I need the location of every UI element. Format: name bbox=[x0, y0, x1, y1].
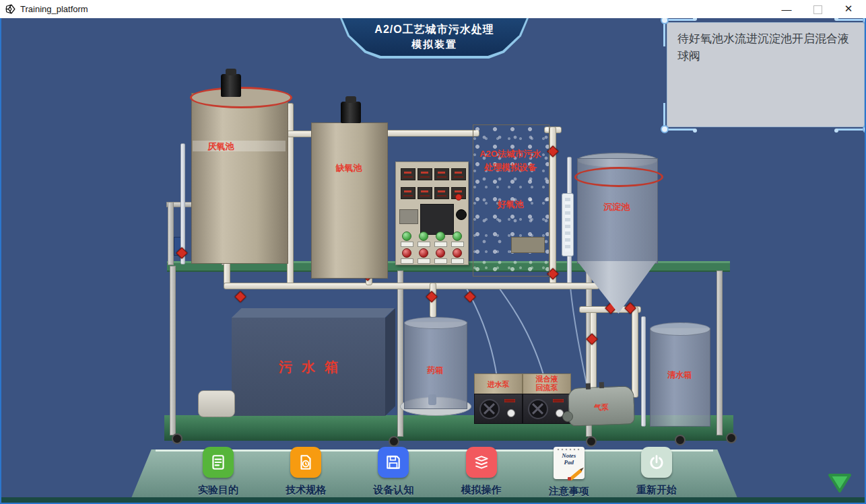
sedimentation-tank-label: 沉淀池 bbox=[586, 201, 648, 213]
mixer-motor-cap bbox=[226, 69, 236, 75]
toolbar-item-experiment-purpose[interactable]: 实验目的 bbox=[174, 447, 262, 501]
pipe-segment bbox=[632, 306, 638, 398]
pipe-segment bbox=[180, 143, 185, 264]
sewage-tank-top bbox=[232, 308, 395, 318]
toolbar-item-tech-specs[interactable]: 技术规格 bbox=[262, 447, 349, 501]
dosing-tank-top bbox=[404, 317, 467, 329]
aerobic-tank-title-line2: 处理模拟设备 bbox=[474, 161, 547, 174]
floppy-disk-icon bbox=[378, 447, 409, 478]
notepad-icon: NotesPad bbox=[554, 447, 585, 479]
toolbar-label: 设备认知 bbox=[373, 484, 413, 497]
button-tag bbox=[401, 242, 413, 247]
toolbar: 实验目的 技术规格 设备认知 模拟操作 bbox=[174, 447, 700, 501]
panel-display bbox=[420, 204, 454, 235]
panel-green-button[interactable] bbox=[402, 231, 411, 241]
maximize-icon bbox=[813, 5, 822, 14]
unity-logo-icon bbox=[5, 3, 16, 15]
panel-gauge bbox=[399, 209, 418, 224]
recycle-pump[interactable]: 混合液 回流泵 bbox=[523, 373, 571, 395]
panel-knob[interactable] bbox=[456, 209, 467, 220]
feed-pump-front bbox=[474, 394, 523, 424]
air-pump-label: 气泵 bbox=[569, 401, 634, 413]
button-tag bbox=[434, 242, 447, 247]
training-platform-window: Training_platform — ✕ bbox=[0, 0, 866, 504]
sewage-tank-label: 污水箱 bbox=[232, 358, 385, 376]
toolbar-label: 实验目的 bbox=[198, 484, 238, 497]
recycle-pump-label-line1: 混合液 bbox=[523, 375, 570, 384]
pipe-segment bbox=[590, 312, 597, 398]
clean-water-tank-top bbox=[650, 322, 710, 336]
pipe-segment bbox=[567, 254, 572, 285]
panel-green-button[interactable] bbox=[453, 231, 462, 241]
minimize-button[interactable]: — bbox=[773, 0, 800, 17]
panel-red-button[interactable] bbox=[436, 248, 445, 258]
digital-meter bbox=[418, 168, 432, 180]
aerobic-tank-label: 好氧池 bbox=[474, 199, 547, 211]
control-panel[interactable] bbox=[395, 161, 469, 265]
banner: A2/O工艺城市污水处理 模拟装置 bbox=[340, 18, 529, 59]
instruction-text: 待好氧池水流进沉淀池开启混合液球阀 bbox=[677, 30, 854, 66]
corner-bracket bbox=[836, 103, 866, 131]
toolbar-item-restart[interactable]: 重新开始 bbox=[613, 447, 700, 501]
toolbar-item-notes[interactable]: NotesPad 注意事项 bbox=[525, 447, 613, 501]
banner-title-line2: 模拟装置 bbox=[411, 38, 457, 51]
panel-red-button[interactable] bbox=[419, 248, 428, 258]
banner-title-line1: A2/O工艺城市污水处理 bbox=[374, 23, 494, 37]
toolbar-item-simulation-operation[interactable]: 模拟操作 bbox=[438, 447, 525, 501]
mixer-motor[interactable] bbox=[341, 102, 361, 123]
toolbar-label: 重新开始 bbox=[636, 484, 677, 497]
simulation-viewport[interactable]: 厌氧池 缺氧池 bbox=[0, 18, 866, 504]
collapse-arrow-button[interactable] bbox=[826, 471, 853, 495]
toolbar-label: 注意事项 bbox=[549, 485, 589, 498]
layers-icon bbox=[466, 447, 497, 478]
toolbar-item-equipment-cognition[interactable]: 设备认知 bbox=[349, 447, 437, 501]
nameplate bbox=[511, 237, 545, 253]
dosing-tank-label: 药箱 bbox=[404, 365, 466, 376]
corner-bracket bbox=[663, 103, 695, 131]
sewage-tank[interactable]: 污水箱 bbox=[232, 318, 385, 416]
pipe-segment bbox=[641, 316, 646, 427]
button-tag bbox=[434, 258, 447, 264]
digital-meter bbox=[434, 168, 449, 180]
recycle-pump-label-line2: 回流泵 bbox=[523, 384, 570, 392]
toolbar-label: 技术规格 bbox=[286, 484, 326, 497]
panel-green-button[interactable] bbox=[419, 231, 428, 241]
button-tag bbox=[451, 242, 464, 247]
digital-meter bbox=[401, 187, 415, 199]
flow-meter[interactable] bbox=[562, 193, 574, 256]
button-tag bbox=[418, 258, 430, 264]
digital-meter bbox=[418, 187, 432, 199]
anoxic-tank-label: 缺氧池 bbox=[323, 162, 374, 174]
air-pump[interactable]: 气泵 bbox=[568, 386, 635, 426]
panel-red-knob[interactable] bbox=[455, 194, 462, 201]
anaerobic-tank[interactable] bbox=[191, 93, 288, 264]
digital-meter bbox=[434, 187, 449, 199]
anoxic-tank[interactable] bbox=[311, 122, 388, 279]
transfer-pump[interactable] bbox=[198, 390, 235, 417]
clean-water-tank-label: 清水箱 bbox=[650, 369, 709, 381]
mixer-motor-cap bbox=[345, 96, 356, 103]
document-icon bbox=[203, 447, 234, 478]
button-tag bbox=[401, 258, 413, 264]
sedimentation-tank-rim bbox=[574, 167, 663, 187]
button-tag bbox=[451, 258, 464, 264]
spec-document-icon bbox=[290, 447, 321, 478]
panel-green-button[interactable] bbox=[436, 231, 445, 241]
panel-red-button[interactable] bbox=[402, 248, 411, 258]
power-icon bbox=[641, 447, 672, 478]
pipe-segment bbox=[567, 157, 572, 196]
mixer-motor[interactable] bbox=[221, 74, 241, 97]
toolbar-label: 模拟操作 bbox=[461, 484, 502, 497]
panel-red-button[interactable] bbox=[453, 248, 462, 258]
feed-pump-label: 进水泵 bbox=[475, 380, 522, 390]
aerobic-tank-title-line1: A2O法城市污水 bbox=[474, 148, 547, 160]
feed-pump[interactable]: 进水泵 bbox=[474, 373, 523, 395]
button-tag bbox=[418, 242, 430, 247]
sewage-tank-side bbox=[385, 308, 395, 416]
close-button[interactable]: ✕ bbox=[835, 0, 862, 17]
pipe-segment bbox=[224, 283, 599, 289]
title-bar[interactable]: Training_platform — ✕ bbox=[0, 0, 866, 19]
digital-meter bbox=[451, 168, 466, 180]
pipe-segment bbox=[376, 130, 479, 137]
air-pump-outlet bbox=[562, 411, 573, 422]
